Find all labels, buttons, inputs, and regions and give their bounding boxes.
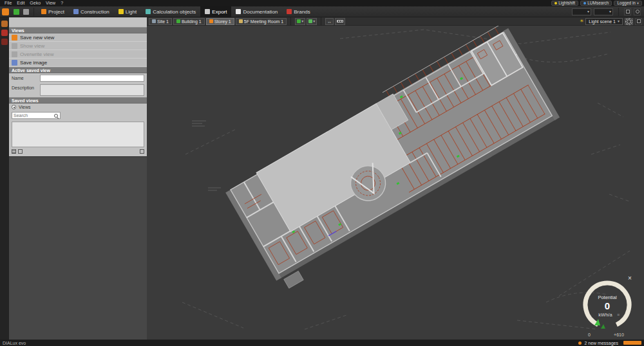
- project-tab-icon: [41, 9, 46, 14]
- toolbar-divider: [618, 8, 619, 16]
- tab-light[interactable]: Light: [114, 6, 141, 17]
- light-scene-select[interactable]: Light scene 1 ▾: [585, 18, 623, 25]
- vtoolbar-divider: [290, 17, 291, 26]
- viewport-toolbar: Site 1 Building 1 Storey 1 5F Meeting Ro…: [147, 17, 644, 26]
- light-scene-settings-button[interactable]: [625, 18, 633, 25]
- toolbar-dropdown-2[interactable]: ▾: [594, 8, 613, 15]
- saved-views-list[interactable]: [12, 122, 144, 147]
- save-view-icon: [12, 35, 17, 41]
- message-icon: [578, 341, 582, 345]
- search-row: [9, 111, 147, 120]
- folder-view-toggle-icon[interactable]: [18, 149, 23, 154]
- tab-documentation[interactable]: Documentation: [231, 6, 282, 17]
- notification-badge[interactable]: [623, 341, 641, 345]
- measure-button[interactable]: [335, 18, 345, 25]
- tab-export[interactable]: Export: [200, 6, 231, 17]
- gauge-scale-max: +610: [614, 332, 624, 337]
- views-filter-radio-row: Views: [9, 104, 147, 111]
- lumsearch-button[interactable]: LUMsearch: [580, 1, 612, 6]
- save-new-view-label: Save new view: [20, 35, 54, 41]
- save-new-view-button[interactable]: Save new view: [9, 33, 147, 42]
- gear-icon: [627, 19, 631, 24]
- name-field-row: Name: [9, 73, 147, 83]
- palette-icon[interactable]: [1, 21, 8, 27]
- layers-icon[interactable]: [1, 39, 8, 45]
- new-messages-link[interactable]: 2 new messages: [584, 341, 618, 345]
- show-view-button: Show view: [9, 42, 147, 50]
- documentation-tab-icon: [236, 9, 241, 14]
- save-image-button[interactable]: Save image: [9, 59, 147, 67]
- toolbar-tool-button-1[interactable]: [624, 8, 631, 15]
- overwrite-view-button: Overwrite view: [9, 50, 147, 59]
- tab-calculation-objects[interactable]: Calculation objects: [141, 6, 200, 17]
- 3d-viewport-canvas[interactable]: [147, 26, 644, 340]
- search-input[interactable]: [14, 113, 53, 118]
- chevron-down-icon: ▾: [618, 19, 620, 23]
- building-icon: [176, 19, 180, 23]
- chevron-down-icon: ▾: [609, 10, 611, 14]
- fit-view-button[interactable]: ↔: [325, 18, 334, 25]
- statusbar-right: 2 new messages: [578, 341, 641, 345]
- chevron-down-icon: ▾: [313, 19, 315, 23]
- views-panel: Views Save new view Show view Overwrite …: [9, 17, 147, 157]
- panel-spacer: [9, 17, 147, 27]
- view-cube-icon: [297, 19, 301, 23]
- views-radio-button[interactable]: [12, 105, 16, 109]
- view-name-input[interactable]: [40, 75, 144, 82]
- breadcrumb-room[interactable]: 5F Meeting Room 1: [236, 18, 287, 25]
- panel-options-icon[interactable]: [140, 149, 144, 154]
- site-icon: [152, 19, 156, 23]
- tab-project[interactable]: Project: [37, 6, 69, 17]
- gauge-menu-icon[interactable]: ≡: [617, 313, 620, 317]
- breadcrumb-storey[interactable]: Storey 1: [206, 18, 234, 25]
- room-icon: [239, 19, 243, 23]
- menu-help[interactable]: ?: [58, 0, 66, 6]
- potential-gauge: Potential 0 kWh/a ≡ 0 +610: [578, 279, 637, 340]
- tab-project-label: Project: [48, 9, 64, 15]
- save-image-icon: [12, 60, 17, 66]
- display-mode-button[interactable]: ▾: [307, 18, 317, 25]
- app-menu-icon[interactable]: [2, 8, 9, 15]
- tab-construction-label: Construction: [80, 9, 109, 15]
- tab-construction[interactable]: Construction: [69, 6, 114, 17]
- list-view-toggle-icon[interactable]: [12, 149, 16, 154]
- undo-icon[interactable]: [23, 9, 29, 15]
- gauge-title: Potential: [598, 295, 617, 300]
- materials-icon[interactable]: [1, 30, 8, 36]
- menu-geko[interactable]: Geko: [27, 0, 43, 6]
- collapse-panel-button[interactable]: [635, 18, 642, 25]
- breadcrumb-site[interactable]: Site 1: [149, 18, 172, 25]
- lightshift-icon: [554, 2, 557, 5]
- breadcrumb-building[interactable]: Building 1: [173, 18, 205, 25]
- show-view-label: Show view: [20, 43, 44, 49]
- dialux-evo-window: File Edit Geko View ? Lightshift LUMsear…: [0, 0, 644, 346]
- login-button[interactable]: Logged in ▾: [614, 1, 642, 6]
- views-panel-title: Views: [9, 27, 147, 33]
- save-image-label: Save image: [20, 60, 47, 66]
- menu-edit[interactable]: Edit: [14, 0, 27, 6]
- tab-calculation-objects-label: Calculation objects: [153, 9, 196, 15]
- construction-tab-icon: [73, 9, 79, 14]
- close-icon[interactable]: ×: [626, 275, 634, 282]
- toolbar-dropdown-1[interactable]: ▾: [572, 8, 591, 15]
- show-view-icon: [12, 43, 17, 49]
- lightshift-label: Lightshift: [558, 1, 575, 6]
- view-description-input[interactable]: [40, 84, 144, 96]
- toolbar-tool-button-2[interactable]: [634, 8, 641, 15]
- gauge-unit: kWh/a: [598, 312, 612, 318]
- tool-icon: [636, 10, 639, 14]
- menu-file[interactable]: File: [2, 0, 14, 6]
- chevron-down-icon: ▾: [637, 1, 639, 5]
- breadcrumb-room-label: 5F Meeting Room 1: [244, 19, 283, 24]
- views-radio-label: Views: [19, 105, 31, 109]
- toolbar-divider: [33, 8, 34, 16]
- description-field-row: Description: [9, 83, 147, 97]
- save-icon[interactable]: [14, 9, 19, 15]
- tab-brands[interactable]: Brands: [282, 6, 314, 17]
- toolbar-right-controls: ▾ ▾: [572, 8, 644, 16]
- lumsearch-icon: [583, 2, 586, 5]
- lightshift-button[interactable]: Lightshift: [551, 1, 578, 6]
- view-mode-button[interactable]: ▾: [295, 18, 305, 25]
- breadcrumb-storey-label: Storey 1: [214, 19, 231, 24]
- menu-view[interactable]: View: [43, 0, 58, 6]
